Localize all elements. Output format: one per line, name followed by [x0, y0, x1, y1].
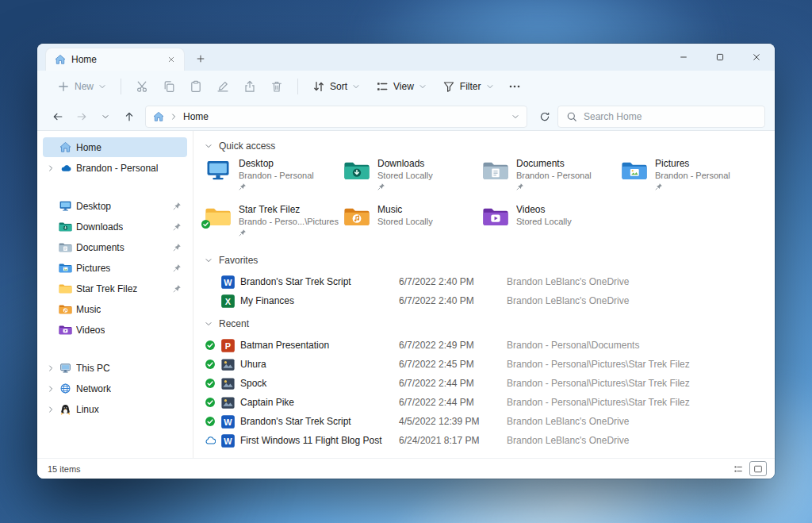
sidebar-item-label: This PC	[76, 363, 110, 374]
linux-icon	[59, 403, 72, 415]
chevron-down-icon[interactable]	[511, 113, 519, 121]
breadcrumb[interactable]: Home	[183, 111, 209, 122]
view-button[interactable]: View	[369, 75, 434, 98]
file-date: 6/7/2022 2:45 PM	[399, 359, 507, 370]
new-button[interactable]: New	[50, 75, 113, 98]
tab-home[interactable]: Home	[45, 48, 185, 71]
address-bar[interactable]: Home	[145, 106, 527, 128]
file-row-brandon-s-star-trek-script[interactable]: Brandon's Star Trek Script 4/5/2022 12:3…	[205, 412, 760, 431]
copy-icon	[163, 80, 175, 93]
tile-star-trek-filez[interactable]: Star Trek Filez Brando - Perso...\Pictur…	[205, 204, 343, 245]
chevron-right-icon[interactable]	[47, 164, 55, 172]
file-location: Brandon LeBlanc's OneDrive	[507, 435, 760, 446]
toolbar-button-paste[interactable]	[182, 75, 209, 98]
file-date: 6/7/2022 2:44 PM	[399, 397, 507, 408]
cut-icon	[136, 80, 148, 93]
large-thumbnails-view-button[interactable]	[749, 461, 767, 476]
file-row-my-finances[interactable]: My Finances 6/7/2022 2:40 PM Brandon LeB…	[205, 291, 760, 310]
tile-subtitle: Brandon - Personal	[516, 170, 592, 181]
view-toggle-group	[730, 461, 767, 476]
sidebar-item-documents[interactable]: Documents	[43, 237, 187, 257]
file-row-captain-pike[interactable]: Captain Pike 6/7/2022 2:44 PM Brandon - …	[205, 393, 760, 412]
sidebar-item-downloads[interactable]: Downloads	[43, 217, 187, 237]
search-box[interactable]	[557, 106, 765, 128]
sort-button[interactable]: Sort	[305, 75, 367, 98]
tile-downloads[interactable]: Downloads Stored Locally	[343, 158, 482, 199]
tile-videos[interactable]: Videos Stored Locally	[482, 204, 621, 245]
check-icon	[205, 340, 216, 351]
sidebar-item-label: Linux	[76, 404, 99, 415]
sidebar-item-network[interactable]: Network	[43, 379, 187, 398]
sidebar-item-linux[interactable]: Linux	[43, 399, 187, 419]
details-view-icon	[733, 464, 743, 474]
pin-icon	[173, 202, 182, 210]
tile-text: Music Stored Locally	[377, 204, 433, 245]
toolbar-button-cut[interactable]	[128, 75, 155, 98]
refresh-button[interactable]	[534, 106, 556, 128]
chevron-down-icon	[486, 83, 494, 90]
sidebar-item-music[interactable]: Music	[43, 299, 187, 319]
file-row-brandon-s-star-trek-script[interactable]: Brandon's Star Trek Script 6/7/2022 2:40…	[205, 272, 760, 291]
tile-music[interactable]: Music Stored Locally	[343, 204, 482, 245]
search-input[interactable]	[584, 111, 756, 122]
tile-desktop[interactable]: Desktop Brandon - Personal	[205, 158, 343, 199]
file-row-uhura[interactable]: Uhura 6/7/2022 2:45 PM Brandon - Persona…	[205, 355, 760, 374]
f-desktop-icon	[205, 160, 232, 181]
filter-button[interactable]: Filter	[435, 75, 501, 98]
forward-button[interactable]	[71, 106, 93, 128]
titlebar[interactable]: Home	[37, 44, 775, 71]
sidebar-item-pictures[interactable]: Pictures	[43, 258, 187, 278]
view-icon	[376, 80, 389, 93]
sidebar-item-label: Downloads	[76, 221, 123, 233]
file-location: Brandon - Personal\Pictures\Star Trek Fi…	[507, 359, 760, 370]
sidebar-item-home[interactable]: Home	[43, 137, 187, 157]
toolbar-button-rename[interactable]	[209, 75, 236, 98]
quick-access-grid: Desktop Brandon - Personal Downloads Sto…	[205, 158, 760, 245]
sidebar-item-videos[interactable]: Videos	[43, 320, 187, 340]
tile-text: Star Trek Filez Brando - Perso...\Pictur…	[239, 204, 339, 245]
sidebar-item-desktop[interactable]: Desktop	[43, 196, 187, 216]
view-button-label: View	[393, 81, 414, 92]
tile-pictures[interactable]: Pictures Brandon - Personal	[621, 158, 760, 199]
recent-locations-button[interactable]	[94, 106, 117, 128]
f-videos-icon	[59, 324, 72, 336]
tile-documents[interactable]: Documents Brandon - Personal	[482, 158, 621, 199]
tab-close-button[interactable]	[163, 52, 179, 67]
sidebar-item-label: Pictures	[76, 263, 110, 274]
file-name: Brandon's Star Trek Script	[239, 416, 399, 427]
toolbar-button-delete[interactable]	[263, 75, 290, 98]
details-view-button[interactable]	[730, 461, 747, 476]
maximize-button[interactable]	[702, 44, 738, 71]
home-icon	[59, 141, 72, 153]
tile-subtitle: Stored Locally	[377, 170, 433, 181]
chevron-right-icon[interactable]	[47, 385, 55, 393]
sidebar-item-this-pc[interactable]: This PC	[43, 358, 187, 378]
see-more-button[interactable]	[503, 75, 527, 98]
minimize-button[interactable]	[665, 44, 702, 71]
up-button[interactable]	[118, 106, 140, 128]
file-row-batman-presentation[interactable]: Batman Presentation 6/7/2022 2:49 PM Bra…	[205, 336, 760, 355]
filter-icon	[442, 80, 455, 93]
sidebar-item-label: Videos	[76, 325, 105, 336]
section-header-favorites[interactable]: Favorites	[205, 252, 760, 269]
file-date: 6/7/2022 2:44 PM	[399, 378, 507, 389]
chevron-right-icon[interactable]	[47, 364, 55, 372]
navigation-pane: Home Brandon - Personal Desktop Download…	[37, 131, 193, 458]
back-button[interactable]	[47, 106, 69, 128]
file-row-spock[interactable]: Spock 6/7/2022 2:44 PM Brandon - Persona…	[205, 374, 760, 393]
new-tab-button[interactable]	[190, 48, 212, 70]
folder-icon-wrap	[205, 160, 232, 181]
close-button[interactable]	[738, 44, 775, 71]
section-header-recent[interactable]: Recent	[205, 315, 760, 333]
file-row-first-windows-11-flight-blog-post[interactable]: First Windows 11 Flight Blog Post 6/24/2…	[205, 431, 760, 450]
sidebar-item-star-trek-filez[interactable]: Star Trek Filez	[43, 279, 187, 298]
toolbar-button-share[interactable]	[236, 75, 263, 98]
toolbar-button-copy[interactable]	[155, 75, 182, 98]
chevron-right-icon[interactable]	[47, 406, 55, 413]
section-header-quick-access[interactable]: Quick access	[205, 137, 760, 155]
folder-icon-wrap	[482, 160, 509, 181]
check-icon	[205, 378, 216, 389]
file-name: First Windows 11 Flight Blog Post	[239, 435, 399, 446]
sidebar-item-brandon-personal[interactable]: Brandon - Personal	[43, 158, 187, 178]
folder-icon-wrap	[621, 160, 648, 181]
